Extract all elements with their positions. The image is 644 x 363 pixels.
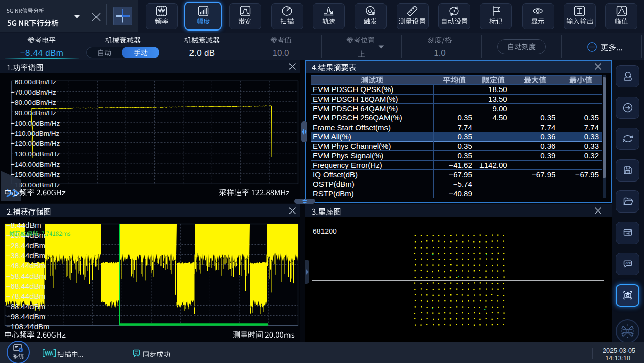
svg-text:SCPI: SCPI xyxy=(626,262,631,265)
